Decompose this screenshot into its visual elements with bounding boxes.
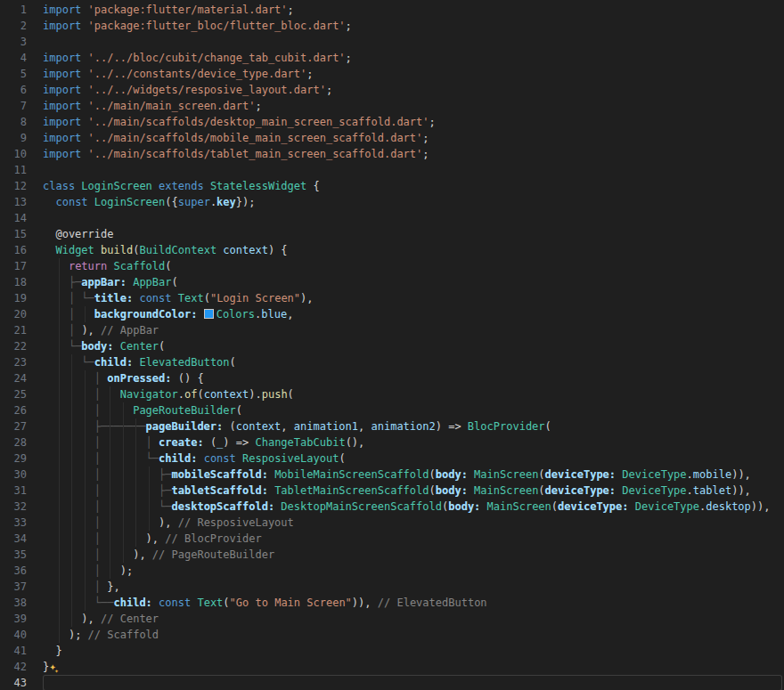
code-content[interactable]: │ └─title: const Text("Login Screen"), [43, 290, 782, 306]
color-swatch-blue[interactable] [204, 309, 214, 319]
token-pun: ( [339, 452, 345, 465]
code-content[interactable]: import '../../constants/device_type.dart… [43, 66, 782, 82]
code-line[interactable]: 29 │ └─child: const ResposiveLayout( [0, 451, 784, 467]
code-content[interactable]: │ ), // ResposiveLayout [43, 515, 782, 531]
code-content[interactable]: │ │ create: (_) => ChangeTabCubit(), [43, 434, 782, 451]
code-content[interactable]: │ ├─tabletScaffold: TabletMainScreenScaf… [43, 483, 782, 499]
code-content[interactable]: │ onPressed: () { [43, 370, 782, 386]
code-content[interactable] [43, 162, 782, 178]
code-line[interactable]: 2import 'package:flutter_bloc/flutter_bl… [0, 18, 784, 34]
code-line[interactable]: 6import '../../widgets/resposive_layout.… [0, 82, 784, 98]
token-pun [81, 132, 87, 144]
code-line[interactable]: 35 │ ), // PageRouteBuilder [0, 547, 784, 563]
code-line[interactable]: 21 │ ), // AppBar [0, 322, 784, 338]
token-str: '../main/main_screen.dart' [88, 100, 256, 112]
code-line[interactable]: 10import '../main/scaffolds/tablet_main_… [0, 146, 784, 162]
copilot-sparkle-icon[interactable]: ✦✦ [49, 660, 57, 673]
code-line[interactable]: 3 [0, 34, 784, 50]
code-line[interactable]: 1import 'package:flutter/material.dart'; [0, 2, 784, 18]
code-content[interactable]: │ ), // PageRouteBuilder [43, 547, 782, 563]
code-line[interactable]: 31 │ ├─tabletScaffold: TabletMainScreenS… [0, 483, 784, 499]
code-line[interactable]: 34 │ ), // BlocProvider [0, 531, 784, 547]
indent-guide [110, 515, 110, 531]
code-content[interactable] [43, 34, 782, 50]
code-line[interactable]: 20 │ backgroundColor: Colors.blue, [0, 306, 784, 322]
code-content[interactable]: import '../../bloc/cubit/change_tab_cubi… [43, 50, 782, 66]
code-content[interactable]: └──child: const Text("Go to Main Screen"… [43, 595, 782, 611]
code-content[interactable]: ├───────pageBuilder: (context, animation… [43, 418, 782, 434]
code-line[interactable]: 15 @override [0, 226, 784, 242]
code-content[interactable]: @override [43, 226, 782, 242]
code-line[interactable]: 11 [0, 162, 784, 178]
code-line[interactable]: 41 } [0, 643, 784, 659]
code-line[interactable]: 38 └──child: const Text("Go to Main Scre… [0, 595, 784, 611]
code-content[interactable]: import 'package:flutter_bloc/flutter_blo… [43, 18, 782, 34]
token-pun [43, 452, 94, 465]
code-content[interactable]: import '../../widgets/resposive_layout.d… [43, 82, 782, 98]
code-content[interactable]: │ backgroundColor: Colors.blue, [43, 306, 782, 322]
code-content[interactable]: │ Navigator.of(context).push( [43, 386, 782, 402]
code-line[interactable]: 23 └─child: ElevatedButton( [0, 354, 784, 370]
code-content[interactable]: │ ├─mobileScaffold: MobileMainScreenScaf… [43, 467, 782, 483]
code-line[interactable]: 27 ├───────pageBuilder: (context, animat… [0, 418, 784, 434]
code-line[interactable]: 39 ), // Center [0, 611, 784, 627]
code-content[interactable] [43, 210, 782, 226]
code-line[interactable]: 4import '../../bloc/cubit/change_tab_cub… [0, 50, 784, 66]
code-content[interactable]: const LoginScreen({super.key}); [43, 194, 782, 210]
code-content[interactable]: │ └─desktopScaffold: DesktopMainScreenSc… [43, 499, 782, 515]
code-line[interactable]: 16 Widget build(BuildContext context) { [0, 242, 784, 258]
code-line[interactable]: 40 ); // Scaffold [0, 627, 784, 643]
token-type: MainScreen [474, 484, 538, 497]
code-line[interactable]: 17 return Scaffold( [0, 258, 784, 274]
code-line[interactable]: 36 │ ); [0, 563, 784, 579]
code-content[interactable]: │ ), // AppBar [43, 322, 782, 338]
token-type: ChangeTabCubit [255, 436, 345, 449]
code-line[interactable]: 26 │ PageRouteBuilder( [0, 402, 784, 418]
code-line[interactable]: 9import '../main/scaffolds/mobile_main_s… [0, 130, 784, 146]
code-line[interactable]: 7import '../main/main_screen.dart'; [0, 98, 784, 114]
code-line[interactable]: 19 │ └─title: const Text("Login Screen")… [0, 290, 784, 306]
code-content[interactable]: import 'package:flutter/material.dart'; [43, 2, 782, 18]
code-content[interactable]: │ ); [43, 563, 782, 579]
code-line[interactable]: 30 │ ├─mobileScaffold: MobileMainScreenS… [0, 467, 784, 483]
token-pun: ); [120, 564, 133, 577]
code-line[interactable]: 25 │ Navigator.of(context).push( [0, 386, 784, 402]
code-content[interactable] [43, 675, 782, 690]
code-content[interactable]: └─child: ElevatedButton( [43, 354, 782, 370]
code-content[interactable]: }✦✦ [43, 659, 782, 675]
code-content[interactable]: │ }, [43, 579, 782, 595]
code-content[interactable]: } [43, 643, 782, 659]
code-content[interactable]: ); // Scaffold [43, 627, 782, 643]
code-content[interactable]: ), // Center [43, 611, 782, 627]
code-content[interactable]: import '../main/main_screen.dart'; [43, 98, 782, 114]
code-line[interactable]: 37 │ }, [0, 579, 784, 595]
indent-guide [71, 531, 72, 547]
code-line[interactable]: 22 └─body: Center( [0, 338, 784, 354]
code-line[interactable]: 18 ├─appBar: AppBar( [0, 274, 784, 290]
code-content[interactable]: └─body: Center( [43, 338, 782, 354]
code-line[interactable]: 14 [0, 210, 784, 226]
code-content[interactable]: import '../main/scaffolds/tablet_main_sc… [43, 146, 782, 162]
code-line[interactable]: 28 │ │ create: (_) => ChangeTabCubit(), [0, 434, 784, 451]
code-line[interactable]: 42}✦✦ [0, 659, 784, 675]
token-fn: of [184, 388, 197, 401]
code-line[interactable]: 5import '../../constants/device_type.dar… [0, 66, 784, 82]
code-content[interactable]: import '../main/scaffolds/mobile_main_sc… [43, 130, 782, 146]
code-line[interactable]: 12class LoginScreen extends StatelessWid… [0, 178, 784, 194]
code-line[interactable]: 24 │ onPressed: () { [0, 370, 784, 386]
code-content[interactable]: import '../main/scaffolds/desktop_main_s… [43, 114, 782, 130]
code-line[interactable]: 13 const LoginScreen({super.key}); [0, 194, 784, 210]
code-content[interactable]: Widget build(BuildContext context) { [43, 242, 782, 258]
code-editor[interactable]: 1import 'package:flutter/material.dart';… [0, 0, 784, 690]
code-content[interactable]: class LoginScreen extends StatelessWidge… [43, 178, 782, 194]
code-content[interactable]: return Scaffold( [43, 258, 782, 274]
code-line[interactable]: 33 │ ), // ResposiveLayout [0, 515, 784, 531]
token-pun: ); [69, 629, 88, 641]
code-content[interactable]: │ PageRouteBuilder( [43, 402, 782, 418]
code-line[interactable]: 32 │ └─desktopScaffold: DesktopMainScree… [0, 499, 784, 515]
code-line[interactable]: 43 [0, 675, 784, 690]
code-content[interactable]: │ └─child: const ResposiveLayout( [43, 451, 782, 467]
code-content[interactable]: │ ), // BlocProvider [43, 531, 782, 547]
code-line[interactable]: 8import '../main/scaffolds/desktop_main_… [0, 114, 784, 130]
code-content[interactable]: ├─appBar: AppBar( [43, 274, 782, 290]
